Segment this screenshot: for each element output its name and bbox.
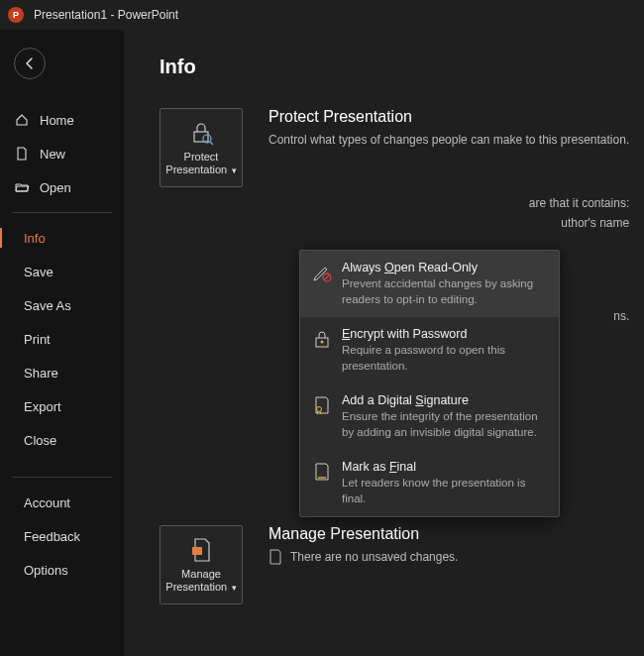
menu-always-open-read-only[interactable]: Always Open Read-Only Prevent accidental… [300,251,559,317]
nav-save-as[interactable]: Save As [0,288,124,322]
protect-dropdown-menu: Always Open Read-Only Prevent accidental… [299,250,560,517]
nav-share[interactable]: Share [0,356,124,389]
lock-key-icon [312,327,332,374]
home-icon [14,112,30,128]
nav-new-label: New [40,147,65,162]
nav-home-label: Home [40,113,74,128]
menu-final-desc: Let readers know the presentation is fin… [342,476,547,506]
nav-save[interactable]: Save [0,255,124,288]
document-small-icon [268,549,282,565]
lock-icon [187,119,215,147]
document-icon [14,146,30,162]
menu-read-only-desc: Prevent accidental changes by asking rea… [342,276,547,307]
protect-title: Protect Presentation [268,108,629,126]
nav-export-label: Export [24,399,61,414]
inspect-partial-aware: are that it contains: [268,196,629,210]
document-manage-icon [187,536,215,564]
manage-title: Manage Presentation [268,525,458,543]
main-panel: Info Protect Presentation ▾ Protect Pres… [124,30,644,656]
document-final-icon [312,460,332,506]
manage-button-label: Manage Presentation [165,568,227,593]
svg-point-6 [317,407,322,412]
chevron-down-icon: ▾ [229,583,237,593]
nav-options-label: Options [24,563,68,578]
nav-close-label: Close [24,433,56,448]
nav-open-label: Open [40,180,71,195]
arrow-left-icon [22,55,38,71]
nav-account[interactable]: Account [0,486,124,519]
nav-close[interactable]: Close [0,423,124,457]
menu-encrypt-desc: Require a password to open this presenta… [342,343,547,374]
nav-new[interactable]: New [0,137,124,170]
nav-account-label: Account [24,495,70,510]
menu-final-title: Mark as Final [342,460,547,474]
protect-desc: Control what types of changes people can… [268,132,629,149]
titlebar: P Presentation1 - PowerPoint [0,0,644,30]
menu-encrypt-with-password[interactable]: Encrypt with Password Require a password… [300,317,559,383]
page-title: Info [160,55,644,78]
chevron-down-icon: ▾ [229,165,237,175]
nav-save-label: Save [24,265,54,279]
nav-feedback-label: Feedback [24,529,80,544]
svg-rect-2 [192,547,202,555]
menu-encrypt-title: Encrypt with Password [342,327,547,341]
nav-options[interactable]: Options [0,553,124,587]
manage-section: Manage Presentation ▾ Manage Presentatio… [160,525,458,604]
back-button[interactable] [14,48,46,79]
folder-open-icon [14,179,30,195]
protect-button-label: Protect Presentation [165,151,227,175]
menu-signature-desc: Ensure the integrity of the presentation… [342,409,547,440]
menu-read-only-title: Always Open Read-Only [342,261,547,274]
svg-rect-0 [194,132,208,142]
nav-info[interactable]: Info [0,221,124,255]
nav-divider [12,212,112,213]
backstage-sidebar: Home New Open Info Save Save As Print Sh… [0,30,124,656]
manage-presentation-button[interactable]: Manage Presentation ▾ [160,525,243,604]
window-title: Presentation1 - PowerPoint [34,8,178,22]
nav-print-label: Print [24,332,51,347]
protect-presentation-button[interactable]: Protect Presentation ▾ [160,108,243,187]
pencil-prohibit-icon [312,261,332,307]
nav-home[interactable]: Home [0,103,124,137]
nav-print[interactable]: Print [0,322,124,356]
nav-divider-2 [12,477,112,478]
menu-signature-title: Add a Digital Signature [342,393,547,407]
menu-mark-as-final[interactable]: Mark as Final Let readers know the prese… [300,450,559,516]
nav-share-label: Share [24,366,58,381]
svg-point-5 [321,341,324,344]
no-unsaved-changes: There are no unsaved changes. [268,549,458,565]
nav-feedback[interactable]: Feedback [0,519,124,553]
inspect-partial-author: uthor's name [268,216,629,230]
nav-save-as-label: Save As [24,298,71,313]
nav-export[interactable]: Export [0,389,124,423]
nav-open[interactable]: Open [0,170,124,204]
certificate-icon [312,393,332,440]
nav-info-label: Info [24,231,46,246]
menu-add-digital-signature[interactable]: Add a Digital Signature Ensure the integ… [300,383,559,450]
powerpoint-icon: P [8,7,24,23]
